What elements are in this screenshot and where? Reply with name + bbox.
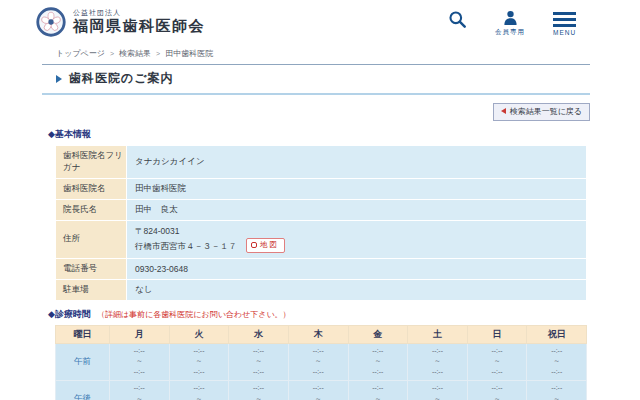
schedule-column-header: 曜日 [56,325,110,343]
schedule-cell: --:--～--:-- [169,343,229,381]
map-button-label: 地図 [260,239,279,251]
breadcrumb-separator: > [110,50,114,57]
schedule-table: 曜日月火水木金土日祝日 午前--:--～--:----:--～--:----:-… [55,325,587,400]
schedule-cell: --:--～--:-- [467,381,527,400]
schedule-column-header: 土 [408,325,468,343]
basic-info-table: 歯科医院名フリガナ タナカシカイイン 歯科医院名 田中歯科医院 院長氏名 田中 … [55,145,587,301]
schedule-cell: --:--～--:-- [110,343,170,381]
title-arrow-icon [56,75,62,83]
schedule-cell: --:--～--:-- [408,381,468,400]
back-arrow-icon [501,108,506,114]
row-value: 田中 良太 [127,199,587,220]
back-button-row: 検索結果一覧に戻る [0,100,590,121]
page-title: 歯科医院のご案内 [69,70,174,87]
member-area-button[interactable]: 会員専用 [495,10,525,37]
schedule-column-header: 木 [288,325,348,343]
schedule-cell: --:--～--:-- [348,343,408,381]
schedule-cell: --:--～--:-- [467,343,527,381]
basic-info-heading: ◆基本情報 [48,128,590,141]
table-row: 駐車場 なし [56,279,587,300]
table-row: 院長氏名 田中 良太 [56,199,587,220]
schedule-column-header: 日 [467,325,527,343]
person-icon [503,10,518,26]
brand-name: 福岡県歯科医師会 [73,17,205,34]
schedule-cell: --:--～--:-- [110,381,170,400]
breadcrumb: トップページ > 検索結果 > 田中歯科医院 [56,48,600,59]
schedule-cell: --:--～--:-- [348,381,408,400]
hamburger-icon [553,10,576,27]
row-value: タナカシカイイン [127,145,587,178]
schedule-column-header: 月 [110,325,170,343]
row-value: 田中歯科医院 [127,178,587,199]
schedule-column-header: 祝日 [527,325,587,343]
schedule-cell: --:--～--:-- [288,381,348,400]
schedule-cell: --:--～--:-- [169,381,229,400]
back-to-results-button[interactable]: 検索結果一覧に戻る [493,103,590,121]
back-button-label: 検索結果一覧に戻る [510,106,582,117]
schedule-row: 午後--:--～--:----:--～--:----:--～--:----:--… [56,381,587,400]
hours-heading: ◆診療時間 （詳細は事前に各歯科医院にお問い合わせ下さい。） [48,308,590,321]
schedule-header-row: 曜日月火水木金土日祝日 [56,325,587,343]
breadcrumb-search-results-link[interactable]: 検索結果 [119,48,151,59]
address-line: 行橋市西宮市４－３－１７地図 [135,238,578,253]
schedule-cell: --:--～--:-- [527,343,587,381]
row-label: 駐車場 [56,279,127,300]
basic-info-heading-text: ◆基本情報 [48,128,91,141]
breadcrumb-current-page: 田中歯科医院 [165,48,213,59]
schedule-row: 午前--:--～--:----:--～--:----:--～--:----:--… [56,343,587,381]
map-button[interactable]: 地図 [246,238,285,253]
row-label: 電話番号 [56,258,127,279]
table-row: 電話番号 0930-23-0648 [56,258,587,279]
hours-note: （詳細は事前に各歯科医院にお問い合わせ下さい。） [97,309,291,320]
row-label: 住所 [56,220,127,258]
schedule-cell: --:--～--:-- [229,343,289,381]
hours-heading-text: ◆診療時間 [48,308,91,321]
search-icon [448,10,467,29]
schedule-row-label: 午後 [56,381,110,400]
table-row: 住所 〒824-0031 行橋市西宮市４－３－１７地図 [56,220,587,258]
schedule-body: 午前--:--～--:----:--～--:----:--～--:----:--… [56,343,587,400]
menu-label: MENU [553,29,576,36]
search-button[interactable] [448,10,467,29]
schedule-cell: --:--～--:-- [527,381,587,400]
schedule-column-header: 火 [169,325,229,343]
breadcrumb-home-link[interactable]: トップページ [56,48,105,59]
table-row: 歯科医院名 田中歯科医院 [56,178,587,199]
brand-logo-link[interactable]: 公益社団法人 福岡県歯科医師会 [36,7,205,37]
menu-button[interactable]: MENU [553,10,576,36]
site-header: 公益社団法人 福岡県歯科医師会 会員専用 MENU [0,0,640,46]
row-label: 院長氏名 [56,199,127,220]
schedule-cell: --:--～--:-- [408,343,468,381]
schedule-row-label: 午前 [56,343,110,381]
breadcrumb-separator: > [156,50,160,57]
row-label: 歯科医院名 [56,178,127,199]
schedule-column-header: 水 [229,325,289,343]
member-area-label: 会員専用 [495,28,525,37]
map-pin-icon [251,242,257,248]
postal-code: 〒824-0031 [135,225,578,238]
table-row: 歯科医院名フリガナ タナカシカイイン [56,145,587,178]
org-type-label: 公益社団法人 [73,9,205,17]
association-logo-icon [36,7,66,37]
schedule-column-header: 金 [348,325,408,343]
row-value: なし [127,279,587,300]
page-title-bar: 歯科医院のご案内 [42,64,590,95]
row-label: 歯科医院名フリガナ [56,145,127,178]
address-value: 〒824-0031 行橋市西宮市４－３－１７地図 [127,220,587,258]
brand-text: 公益社団法人 福岡県歯科医師会 [73,9,205,34]
header-icons: 会員専用 MENU [448,10,576,37]
schedule-cell: --:--～--:-- [229,381,289,400]
schedule-cell: --:--～--:-- [288,343,348,381]
row-value: 0930-23-0648 [127,258,587,279]
